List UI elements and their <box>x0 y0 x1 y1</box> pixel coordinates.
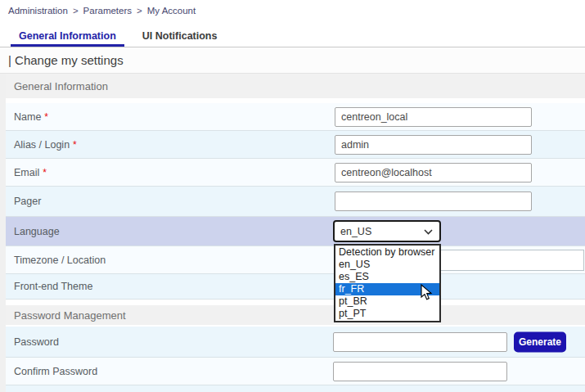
breadcrumb-item-parameters[interactable]: Parameters <box>83 6 132 16</box>
mouse-cursor-icon <box>421 284 433 304</box>
form-row-password: Password Generate <box>6 327 585 358</box>
form-row-frontend-theme: Front-end Theme <box>6 274 585 300</box>
section-header-password-management: Password Management <box>6 305 585 325</box>
dropdown-option-en-us[interactable]: en_US <box>335 259 439 271</box>
confirm-password-input[interactable] <box>333 362 507 381</box>
breadcrumb-separator: > <box>137 6 142 16</box>
password-input[interactable] <box>333 332 507 352</box>
timezone-label: Timezone / Location <box>14 255 106 266</box>
form-row-pager: Pager <box>6 187 585 217</box>
email-label: Email <box>14 167 39 178</box>
left-margin-strip <box>0 74 6 392</box>
form-row-confirm-password: Confirm Password <box>6 358 585 385</box>
form-row-language: Language en_US <box>6 217 585 246</box>
form-row-name: Name * <box>6 103 585 131</box>
next-row-sliver <box>6 385 585 392</box>
name-label: Name <box>14 111 41 123</box>
required-marker: * <box>44 111 48 123</box>
language-dropdown: Detection by browser en_US es_ES fr_FR p… <box>334 244 441 322</box>
dropdown-option-es-es[interactable]: es_ES <box>335 271 439 283</box>
alias-login-label: Alias / Login <box>14 139 70 151</box>
confirm-password-label: Confirm Password <box>14 366 97 377</box>
settings-form: General Information Name * Alias / Login… <box>6 74 585 392</box>
breadcrumb: Administration>Parameters>My Account <box>0 0 585 23</box>
name-input[interactable] <box>335 107 532 127</box>
tab-ui-notifications[interactable]: UI Notifications <box>134 25 226 47</box>
required-marker: * <box>73 139 77 151</box>
required-marker: * <box>43 167 47 178</box>
email-input[interactable] <box>335 163 532 182</box>
frontend-theme-label: Front-end Theme <box>14 281 92 292</box>
breadcrumb-item-administration[interactable]: Administration <box>8 6 68 16</box>
generate-password-button[interactable]: Generate <box>514 331 566 352</box>
section-header-general-information: General Information <box>6 74 585 98</box>
tab-bar: General Information UI Notifications <box>0 23 585 47</box>
form-row-alias-login: Alias / Login * <box>6 131 585 159</box>
breadcrumb-separator: > <box>73 6 79 16</box>
section-gap <box>6 300 585 305</box>
alias-login-input[interactable] <box>335 135 532 155</box>
pager-label: Pager <box>14 196 41 207</box>
page-title: | Change my settings <box>0 47 585 74</box>
password-label: Password <box>14 336 59 348</box>
dropdown-option-detection-by-browser[interactable]: Detection by browser <box>335 246 439 259</box>
chevron-down-icon <box>424 226 433 237</box>
form-row-timezone: Timezone / Location <box>6 246 585 274</box>
tab-general-information[interactable]: General Information <box>11 25 124 47</box>
language-select[interactable]: en_US <box>333 220 441 242</box>
language-selected-value: en_US <box>340 226 371 237</box>
language-label: Language <box>14 226 60 237</box>
dropdown-option-pt-pt[interactable]: pt_PT <box>335 308 439 320</box>
pager-input[interactable] <box>335 191 532 211</box>
breadcrumb-item-my-account[interactable]: My Account <box>147 6 196 16</box>
form-row-email: Email * <box>6 159 585 187</box>
